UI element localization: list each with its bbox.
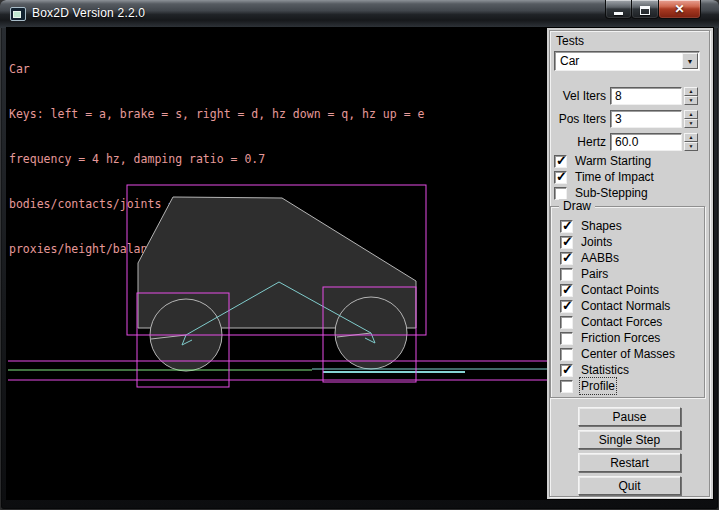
draw-checkbox-center-of-masses[interactable]: Center of Masses — [560, 347, 675, 361]
draw-group-title: Draw — [559, 199, 595, 213]
pos-iters-row: Pos Iters 3 ▲ ▼ — [547, 110, 707, 128]
spinner-down-icon[interactable]: ▼ — [684, 119, 698, 128]
tests-label: Tests — [556, 34, 584, 48]
tests-dropdown[interactable]: Car ▼ — [554, 51, 700, 71]
vel-iters-spinner: ▲ ▼ — [684, 87, 698, 105]
checkbox-box[interactable] — [560, 252, 573, 265]
simulation-canvas[interactable]: Car Keys: left = a, brake = s, right = d… — [7, 28, 547, 499]
draw-checkbox-contact-normals[interactable]: Contact Normals — [560, 299, 670, 313]
checkbox-time-of-impact[interactable]: Time of Impact — [554, 170, 654, 184]
client-area: Car Keys: left = a, brake = s, right = d… — [7, 28, 713, 499]
hertz-spinner: ▲ ▼ — [684, 133, 698, 151]
minimize-button[interactable] — [605, 0, 632, 19]
checkbox-box[interactable] — [560, 348, 573, 361]
draw-checkbox-pairs[interactable]: Pairs — [560, 267, 608, 281]
single-step-button[interactable]: Single Step — [578, 430, 681, 449]
draw-checkbox-shapes[interactable]: Shapes — [560, 219, 622, 233]
spinner-up-icon[interactable]: ▲ — [684, 110, 698, 119]
checkbox-box[interactable] — [560, 332, 573, 345]
checkbox-box[interactable] — [554, 187, 567, 200]
titlebar[interactable]: Box2D Version 2.2.0 ✕ — [0, 0, 719, 28]
spinner-up-icon[interactable]: ▲ — [684, 133, 698, 142]
draw-checkbox-contact-points[interactable]: Contact Points — [560, 283, 659, 297]
hertz-input[interactable]: 60.0 — [610, 133, 682, 151]
hertz-label: Hertz — [547, 135, 606, 149]
vel-iters-row: Vel Iters 8 ▲ ▼ — [547, 87, 707, 105]
draw-checkbox-statistics[interactable]: Statistics — [560, 363, 629, 377]
spinner-down-icon[interactable]: ▼ — [684, 96, 698, 105]
checkbox-box[interactable] — [560, 300, 573, 313]
window-title: Box2D Version 2.2.0 — [32, 6, 145, 20]
vel-iters-input[interactable]: 8 — [610, 87, 682, 105]
maximize-button[interactable] — [631, 0, 659, 19]
draw-checkbox-friction-forces[interactable]: Friction Forces — [560, 331, 660, 345]
checkbox-box[interactable] — [560, 220, 573, 233]
checkbox-sub-stepping[interactable]: Sub-Stepping — [554, 186, 648, 200]
pos-iters-spinner: ▲ ▼ — [684, 110, 698, 128]
checkbox-box[interactable] — [554, 155, 567, 168]
tests-dropdown-value: Car — [560, 54, 579, 68]
pos-iters-label: Pos Iters — [547, 112, 606, 126]
tests-dropdown-button[interactable]: ▼ — [682, 53, 698, 69]
minimize-icon — [614, 12, 623, 15]
restart-button[interactable]: Restart — [578, 453, 681, 472]
control-panel: Tests Car ▼ Vel Iters 8 ▲ ▼ Pos Iters 3 — [547, 28, 713, 499]
spinner-up-icon[interactable]: ▲ — [684, 87, 698, 96]
pause-button[interactable]: Pause — [578, 407, 681, 426]
debug-draw — [7, 28, 547, 499]
close-icon: ✕ — [674, 1, 684, 18]
app-window: Box2D Version 2.2.0 ✕ Car Keys: left = a… — [0, 0, 719, 510]
draw-checkbox-profile[interactable]: Profile — [560, 379, 615, 393]
checkbox-box[interactable] — [554, 171, 567, 184]
vel-iters-label: Vel Iters — [547, 89, 606, 103]
chevron-down-icon: ▼ — [687, 58, 694, 65]
checkbox-warm-starting[interactable]: Warm Starting — [554, 154, 651, 168]
checkbox-box[interactable] — [560, 380, 573, 393]
spinner-down-icon[interactable]: ▼ — [684, 142, 698, 151]
checkbox-box[interactable] — [560, 236, 573, 249]
draw-group: Draw Shapes Joints AABBs Pairs — [550, 206, 705, 398]
draw-checkbox-joints[interactable]: Joints — [560, 235, 612, 249]
checkbox-box[interactable] — [560, 316, 573, 329]
checkbox-box[interactable] — [560, 268, 573, 281]
close-button[interactable]: ✕ — [658, 0, 701, 19]
draw-checkbox-contact-forces[interactable]: Contact Forces — [560, 315, 662, 329]
pos-iters-input[interactable]: 3 — [610, 110, 682, 128]
quit-button[interactable]: Quit — [578, 476, 681, 495]
hertz-row: Hertz 60.0 ▲ ▼ — [547, 133, 707, 151]
checkbox-box[interactable] — [560, 284, 573, 297]
maximize-icon — [640, 6, 650, 15]
app-icon — [10, 7, 26, 21]
checkbox-box[interactable] — [560, 364, 573, 377]
draw-checkbox-aabbs[interactable]: AABBs — [560, 251, 619, 265]
caption-buttons: ✕ — [606, 0, 701, 19]
